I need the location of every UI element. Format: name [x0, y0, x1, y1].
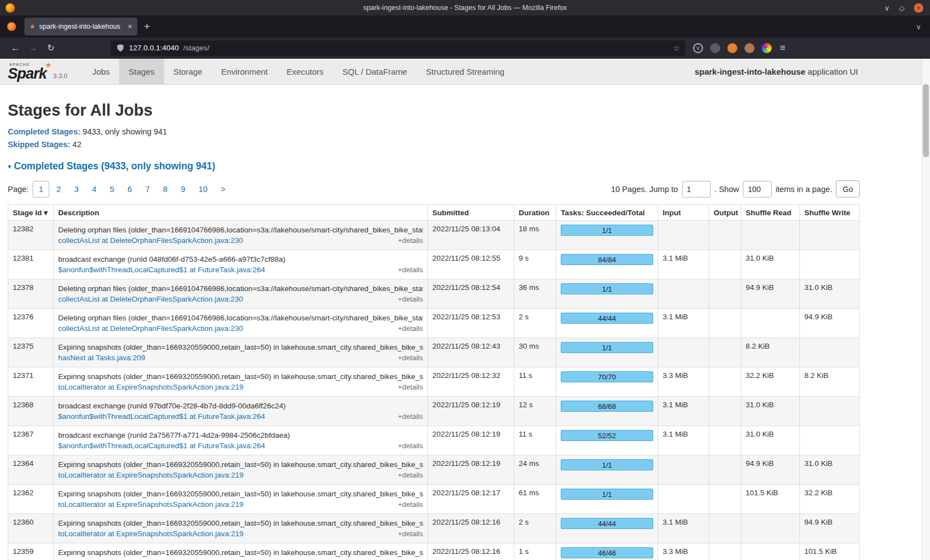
page-button-4[interactable]: 4 — [86, 181, 102, 198]
tracking-shield-icon[interactable] — [116, 44, 125, 52]
list-all-tabs-icon[interactable]: ∨ — [916, 23, 921, 31]
details-toggle[interactable]: +details — [398, 265, 423, 275]
details-toggle[interactable]: +details — [398, 323, 423, 334]
column-header-duration[interactable]: Duration — [514, 205, 556, 221]
spark-wordmark: Spark — [8, 65, 46, 82]
stage-callsite-link[interactable]: hasNext at Tasks.java:209 — [58, 352, 145, 363]
pocket-icon[interactable]: ∨ — [693, 43, 703, 53]
scrollbar-track[interactable] — [922, 59, 930, 560]
stage-callsite-link[interactable]: $anonfun$withThreadLocalCaptured$1 at Fu… — [58, 440, 265, 451]
reload-icon[interactable]: ↻ — [42, 40, 60, 56]
maximize-icon[interactable]: ◇ — [899, 4, 905, 12]
details-toggle[interactable]: +details — [398, 235, 423, 246]
details-toggle[interactable]: +details — [398, 382, 423, 392]
items-per-page-input[interactable] — [743, 181, 772, 198]
nav-item-executors[interactable]: Executors — [277, 59, 333, 84]
column-header-description[interactable]: Description — [54, 205, 428, 221]
details-toggle[interactable]: +details — [398, 528, 423, 539]
page-button-8[interactable]: 8 — [157, 181, 173, 198]
minimize-icon[interactable]: ∨ — [884, 4, 890, 12]
back-icon[interactable]: ← — [7, 40, 24, 56]
url-bar[interactable]: 127.0.0.1:4040/stages/ ☆ — [111, 40, 685, 56]
spark-logo[interactable]: APACHE Spark ★ 3.3.0 — [0, 59, 68, 84]
cell-shuffle-read — [741, 309, 800, 338]
spark-star-icon: ★ — [45, 61, 51, 69]
column-header-tasks-succeeded-total[interactable]: Tasks: Succeeded/Total — [556, 205, 658, 221]
details-toggle[interactable]: +details — [398, 470, 423, 480]
nav-item-environment[interactable]: Environment — [212, 59, 277, 84]
column-header-shuffle-write[interactable]: Shuffle Write — [800, 205, 860, 221]
stage-callsite-link[interactable]: $anonfun$withThreadLocalCaptured$1 at Fu… — [58, 265, 265, 275]
bookmark-star-icon[interactable]: ☆ — [673, 44, 680, 53]
skipped-stages-link[interactable]: Skipped Stages: — [8, 140, 70, 149]
page-button-7[interactable]: 7 — [139, 181, 156, 198]
nav-item-structured-streaming[interactable]: Structured Streaming — [416, 59, 514, 84]
scrollbar-thumb[interactable] — [923, 84, 929, 157]
stage-callsite-link[interactable]: toLocalIterator at ExpireSnapshotsSparkA… — [58, 499, 244, 510]
column-header-output[interactable]: Output — [709, 205, 741, 221]
task-progress-bar: 52/52 — [561, 430, 653, 441]
column-header-submitted[interactable]: Submitted — [428, 205, 514, 221]
nav-item-jobs[interactable]: Jobs — [83, 59, 120, 84]
hamburger-menu-icon[interactable]: ≡ — [780, 43, 786, 54]
details-toggle[interactable]: +details — [398, 440, 423, 451]
containers-extension-icon[interactable] — [762, 43, 772, 53]
page-button-2[interactable]: 2 — [50, 181, 67, 198]
cell-tasks: 84/84 — [556, 250, 658, 279]
details-toggle[interactable]: +details — [398, 352, 423, 363]
nav-item-sql-dataframe[interactable]: SQL / DataFrame — [333, 59, 416, 84]
page-title: Stages for All Jobs — [8, 101, 860, 120]
page-button-3[interactable]: 3 — [68, 181, 85, 198]
forward-icon[interactable]: → — [24, 40, 42, 56]
stage-callsite-link[interactable]: toLocalIterator at ExpireSnapshotsSparkA… — [58, 382, 244, 392]
stage-callsite-link[interactable]: toLocalIterator at ExpireSnapshotsSparkA… — [58, 470, 244, 480]
page-button-9[interactable]: 9 — [175, 181, 192, 198]
items-per-page-label: items in a page. — [776, 185, 832, 194]
nav-item-stages[interactable]: Stages — [119, 59, 164, 84]
cell-tasks: 44/44 — [556, 309, 658, 338]
page-button-1[interactable]: 1 — [33, 181, 49, 198]
column-header-stage-id[interactable]: Stage Id ▾ — [8, 205, 54, 221]
details-toggle[interactable]: +details — [398, 499, 423, 510]
completed-stages-link[interactable]: Completed Stages: — [8, 127, 80, 136]
details-toggle[interactable]: +details — [398, 558, 423, 560]
cell-duration: 24 ms — [514, 455, 556, 485]
browser-tab[interactable]: ★ spark-ingest-into-lakehous × — [24, 18, 137, 35]
page-button-5[interactable]: 5 — [104, 181, 120, 198]
close-window-icon[interactable]: × — [914, 3, 923, 13]
page-button-6[interactable]: 6 — [121, 181, 138, 198]
stage-callsite-link[interactable]: toLocalIterator at ExpireSnapshotsSparkA… — [58, 528, 244, 539]
cell-submitted: 2022/11/25 08:12:54 — [428, 279, 514, 309]
window-titlebar: spark-ingest-into-lakehouse - Stages for… — [0, 0, 930, 15]
cell-shuffle-write: 31.0 KiB — [800, 455, 860, 485]
stage-row-12359: 12359Expiring snapshots (older_than=1669… — [8, 543, 860, 560]
cell-stage-id: 12368 — [8, 397, 54, 426]
completed-stages-collapse-toggle[interactable]: ▾ Completed Stages (9433, only showing 9… — [8, 160, 860, 172]
details-toggle[interactable]: +details — [398, 294, 423, 304]
stage-callsite-link[interactable]: collectAsList at DeleteOrphanFilesSparkA… — [58, 323, 243, 334]
jump-to-page-input[interactable] — [682, 181, 711, 198]
cell-tasks: 1/1 — [556, 455, 658, 485]
page-button->[interactable]: > — [215, 181, 231, 198]
stage-callsite-link[interactable]: collectAsList at DeleteOrphanFilesSparkA… — [58, 294, 243, 304]
tab-close-icon[interactable]: × — [128, 22, 132, 31]
stage-callsite-link[interactable]: toLocalIterator at ExpireSnapshotsSparkA… — [58, 558, 244, 560]
new-tab-button[interactable]: + — [144, 20, 150, 33]
firefox-view-icon[interactable] — [7, 22, 16, 31]
window-title: spark-ingest-into-lakehouse - Stages for… — [0, 4, 930, 12]
details-toggle[interactable]: +details — [398, 411, 423, 422]
privacy-badger-icon[interactable] — [727, 43, 737, 53]
nav-item-storage[interactable]: Storage — [164, 59, 212, 84]
stage-callsite-link[interactable]: collectAsList at DeleteOrphanFilesSparkA… — [58, 235, 243, 246]
profile-avatar-icon[interactable] — [745, 43, 755, 53]
application-name: spark-ingest-into-lakehouse — [695, 67, 805, 76]
column-header-input[interactable]: Input — [658, 205, 709, 221]
go-button[interactable]: Go — [836, 180, 860, 198]
stage-callsite-link[interactable]: $anonfun$withThreadLocalCaptured$1 at Fu… — [58, 411, 265, 422]
page-button-10[interactable]: 10 — [193, 181, 214, 198]
cell-input: 3.1 MiB — [658, 514, 709, 543]
skipped-stages-stat: Skipped Stages: 42 — [8, 140, 860, 149]
column-header-shuffle-read[interactable]: Shuffle Read — [741, 205, 800, 221]
cell-shuffle-write: 94.9 KiB — [800, 309, 860, 338]
extension-account-icon[interactable] — [710, 43, 720, 53]
